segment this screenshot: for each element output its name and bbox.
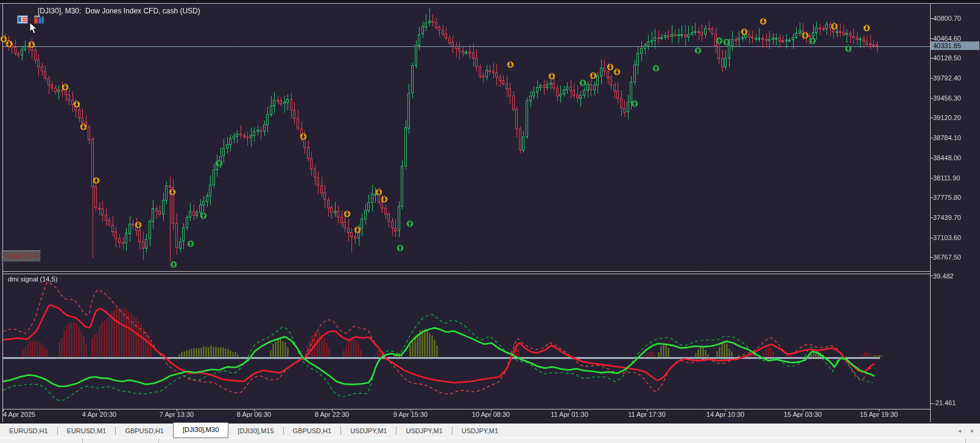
- time-tick-label: 14 Apr 10:30: [707, 411, 744, 418]
- tab--dji30-m15[interactable]: [DJI30],M15: [228, 424, 283, 438]
- account-table-icon[interactable]: [5, 7, 16, 15]
- chart-tab-bar: EURUSD,H1EURUSD,M1GBPUSD,H1[DJI30],M30[D…: [0, 424, 980, 438]
- tab-scroll-nav: ◂ ▸: [958, 424, 974, 437]
- indicator-panel-region[interactable]: [3, 274, 930, 409]
- status-bar-separator: [158, 438, 159, 443]
- price-tick-label: 40128.50: [933, 54, 961, 62]
- price-tick-label: 36767.50: [933, 253, 961, 261]
- time-tick-label: 7 Apr 13:30: [160, 411, 194, 418]
- price-tick-label: 37103.60: [933, 234, 961, 242]
- tab-scroll-left-icon[interactable]: ◂: [958, 427, 961, 434]
- time-tick-label: 4 Apr 20:30: [82, 411, 116, 418]
- status-bar: [0, 438, 980, 443]
- time-tick-label: 9 Apr 15:30: [393, 411, 428, 418]
- time-tick-label: 15 Apr 03:30: [784, 411, 822, 418]
- tab-usdjpy-m1[interactable]: USDJPY,M1: [397, 424, 451, 438]
- price-tick-label: 39792.40: [933, 74, 961, 82]
- tab--dji30-m30[interactable]: [DJI30],M30: [173, 422, 228, 438]
- indicator-tick-label: -21.461: [933, 399, 956, 407]
- mouse-cursor: [29, 22, 38, 35]
- price-tick-label: 40800.70: [933, 15, 961, 23]
- price-tick-label: 38784.10: [933, 134, 961, 142]
- time-tick-label: 4 Apr 2025: [3, 411, 35, 418]
- time-tick-label: 11 Apr 01:30: [551, 411, 588, 418]
- price-tick-label: 37439.70: [933, 214, 961, 222]
- price-tick-label: 38111.90: [933, 174, 960, 182]
- tab-gbpusd-h1[interactable]: GBPUSD,H1: [284, 424, 341, 438]
- mt5-chart-window: [DJI30], M30: Dow Jones Index CFD, cash …: [0, 0, 980, 443]
- indicator-tick-label: 39.482: [933, 272, 954, 280]
- time-tick-label: 8 Apr 06:30: [237, 411, 271, 418]
- status-bar-separator: [965, 438, 966, 443]
- current-price-label: 40331.85: [931, 41, 979, 50]
- bar-chart-icon[interactable]: [21, 7, 32, 15]
- time-tick-label: 11 Apr 17:30: [628, 411, 666, 418]
- time-tick-label: 10 Apr 08:30: [472, 411, 510, 418]
- price-tick-label: 37775.80: [933, 194, 961, 202]
- tab-gbpusd-h1[interactable]: GBPUSD,H1: [116, 424, 173, 438]
- main-chart-region[interactable]: [3, 4, 930, 270]
- panel-toggle-button[interactable]: Panel: OFF: [2, 250, 41, 262]
- tab-eurusd-h1[interactable]: EURUSD,H1: [0, 424, 57, 438]
- chart-header: [DJI30], M30: Dow Jones Index CFD, cash …: [5, 7, 200, 15]
- tab-usdjpy-m1[interactable]: USDJPY,M1: [453, 424, 507, 438]
- tab-usdjpy-m1[interactable]: USDJPY,M1: [341, 424, 396, 438]
- tab-eurusd-m1[interactable]: EURUSD,M1: [58, 424, 116, 438]
- indicator-label: dmi signal (14,5): [8, 275, 57, 283]
- price-tick-label: 39120.20: [933, 114, 961, 122]
- time-tick-label: 15 Apr 19:30: [860, 411, 898, 418]
- price-tick-label: 39456.30: [933, 94, 961, 102]
- tab-scroll-right-icon[interactable]: ▸: [971, 427, 974, 434]
- time-tick-label: 8 Apr 22:30: [315, 411, 349, 418]
- status-bar-separator: [82, 438, 83, 443]
- chart-title: [DJI30], M30: Dow Jones Index CFD, cash …: [38, 7, 200, 15]
- price-tick-label: 38448.00: [933, 154, 961, 162]
